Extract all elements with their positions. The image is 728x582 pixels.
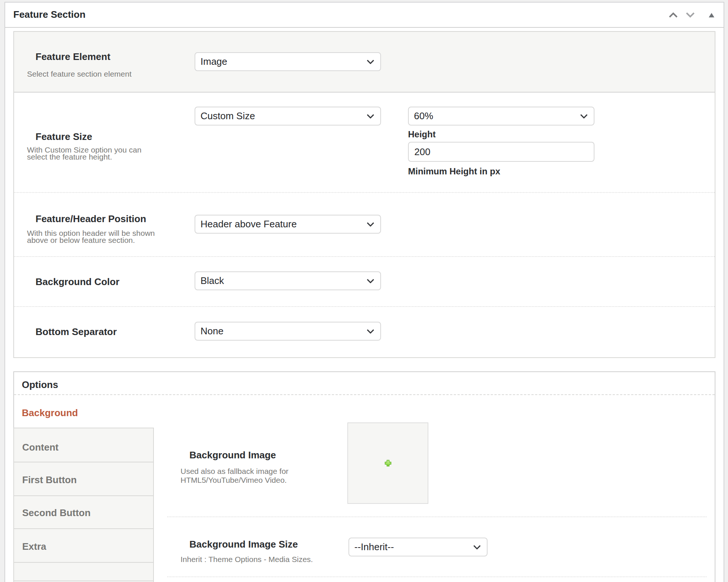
feature-element-desc: Select feature section element [27,70,132,77]
options-box: Options Background Content First Button … [13,371,715,582]
options-header: Options [14,372,715,395]
bottom-separator-row: Bottom Separator None [14,306,715,357]
position-select[interactable]: Header above Feature [195,215,381,234]
background-color-label: Background Color [36,276,119,287]
tab-first-button[interactable]: First Button [13,462,154,496]
feature-element-row: Feature Element Select feature section e… [14,32,715,93]
background-image-label: Background Image [189,449,276,461]
tab-content[interactable]: Content [13,428,154,462]
chevron-down-icon [367,329,374,334]
feature-section-panel: Feature Section Feature Element Select f… [4,2,724,582]
tab-empty-2 [13,581,154,582]
feature-size-select[interactable]: Custom Size [195,107,381,126]
feature-height-unit-select[interactable]: 60% [408,107,594,126]
collapse-toggle-icon[interactable] [709,12,715,17]
background-color-select[interactable]: Black [195,271,381,290]
background-image-size-label: Background Image Size [189,539,298,550]
feature-header-position-row: Feature/Header Position With this option… [14,192,715,256]
feature-size-row: Feature Size With Custom Size option you… [14,93,715,192]
feature-size-desc: With Custom Size option you canselect th… [27,146,141,160]
background-image-size-desc: Inherit : Theme Options - Media Sizes. [181,555,313,564]
chevron-down-icon [580,114,588,118]
tab-empty [13,562,154,581]
tab-extra[interactable]: Extra [13,528,154,563]
options-title: Options [22,379,58,390]
move-down-icon[interactable] [686,12,695,18]
feature-element-label: Feature Element [36,51,110,62]
position-desc: With this option header will be shownabo… [27,230,155,244]
background-image-uploader[interactable] [347,422,428,504]
options-tab-list: Content First Button Second Button Extra [13,428,154,582]
background-image-size-select[interactable]: --Inherit-- [348,538,488,556]
bottom-separator-select[interactable]: None [195,322,381,341]
bottom-separator-label: Bottom Separator [36,326,117,337]
chevron-down-icon [367,222,374,227]
background-color-row: Background Color Black [14,256,715,306]
plus-icon [385,460,391,466]
feature-element-select[interactable]: Image [195,52,381,71]
move-up-icon[interactable] [669,12,678,18]
feature-settings-box: Feature Element Select feature section e… [13,31,715,358]
chevron-down-icon [367,60,374,64]
chevron-down-icon [367,279,374,283]
position-label: Feature/Header Position [36,213,146,224]
height-label: Height [408,129,436,140]
options-row-separator [167,516,707,517]
panel-title: Feature Section [13,9,85,20]
tab-second-button[interactable]: Second Button [13,495,154,529]
chevron-down-icon [367,114,374,118]
background-image-desc: Used also as fallback image forHTML5/You… [181,467,289,485]
chevron-down-icon [473,545,481,549]
min-height-input[interactable]: 200 [408,142,594,162]
panel-header: Feature Section [5,3,724,28]
tab-background[interactable]: Background [14,395,154,428]
min-height-label: Minimum Height in px [408,166,500,177]
options-row-separator-2 [167,576,707,577]
feature-size-label: Feature Size [36,131,92,142]
